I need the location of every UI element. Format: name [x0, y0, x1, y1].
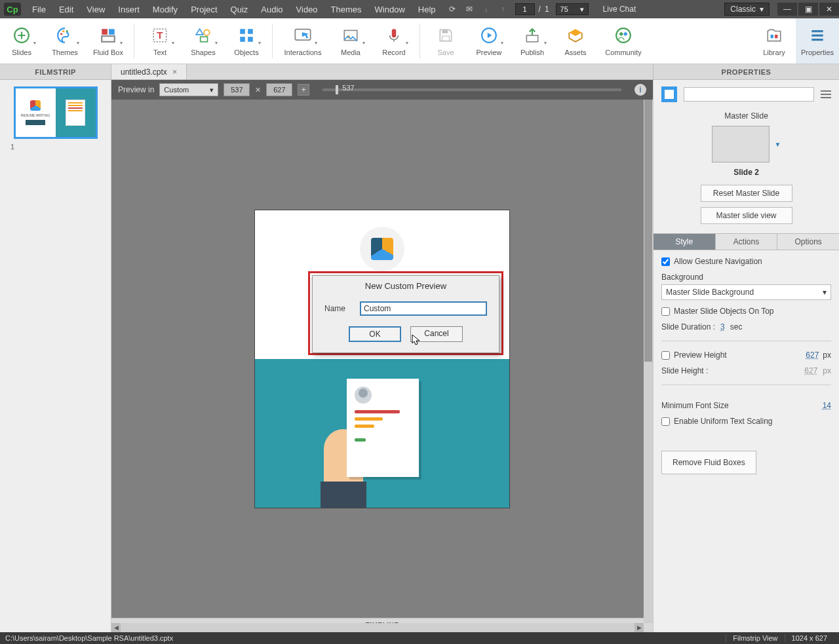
objects-on-top-input[interactable]	[661, 307, 670, 316]
menu-themes[interactable]: Themes	[325, 2, 368, 17]
slide-name-input[interactable]	[684, 87, 814, 102]
tab-style[interactable]: Style	[654, 234, 715, 250]
thumb-document-icon	[66, 100, 85, 126]
menu-video[interactable]: Video	[290, 2, 324, 17]
allow-gesture-input[interactable]	[661, 257, 670, 266]
preview-mode-select[interactable]: Custom ▾	[159, 83, 218, 96]
ribbon-media[interactable]: ▾ Media	[329, 18, 372, 64]
horizontal-scrollbar[interactable]: ◀ ▶	[111, 623, 644, 632]
slide-duration-unit: sec	[730, 322, 743, 331]
cancel-button[interactable]: Cancel	[410, 326, 463, 342]
preview-height[interactable]: 627	[266, 83, 292, 96]
vscroll-thumb[interactable]	[644, 100, 652, 362]
menu-edit[interactable]: Edit	[53, 2, 79, 17]
svg-point-2	[62, 29, 64, 31]
min-font-value[interactable]: 14	[823, 401, 831, 410]
ribbon-objects[interactable]: ▾ Objects	[225, 18, 268, 64]
info-icon[interactable]: i	[634, 84, 646, 96]
menu-file[interactable]: File	[26, 2, 52, 17]
ribbon-interactions[interactable]: ▾ Interactions	[277, 18, 329, 64]
objects-icon: ▾	[237, 26, 256, 45]
menu-view[interactable]: View	[81, 2, 111, 17]
slider-handle[interactable]	[336, 85, 338, 94]
preview-height-value[interactable]: 627	[806, 350, 819, 360]
master-slide-thumb[interactable]	[712, 126, 770, 162]
workspace-dropdown[interactable]: Classic ▾	[724, 3, 770, 16]
master-view-button[interactable]: Master slide view	[701, 207, 792, 224]
properties-panel: Master Slide ▼ Slide 2 Reset Master Slid…	[653, 80, 839, 632]
menu-quiz[interactable]: Quiz	[225, 2, 254, 17]
ribbon-library[interactable]: Library	[752, 18, 796, 64]
document-tab[interactable]: untitled3.cptx ×	[111, 64, 187, 79]
window-controls: — ▣ ✕	[776, 3, 839, 16]
mail-icon[interactable]: ✉	[464, 4, 475, 14]
objects-on-top-checkbox[interactable]: Master Slide Objects On Top	[661, 307, 831, 316]
tab-actions[interactable]: Actions	[715, 234, 777, 250]
ribbon-themes[interactable]: ▾ Themes	[43, 18, 87, 64]
uniform-scaling-checkbox[interactable]: Enable Uniform Text Scaling	[661, 417, 831, 426]
svg-rect-13	[248, 29, 253, 34]
close-tab-icon[interactable]: ×	[172, 67, 178, 77]
ribbon-community[interactable]: Community	[597, 18, 650, 64]
filmstrip-header: FILMSTRIP	[0, 64, 111, 79]
preview-height-checkbox[interactable]: Preview Height 627 px	[661, 350, 831, 360]
record-icon: ▾	[385, 26, 403, 45]
ribbon-publish[interactable]: ▾ Publish	[511, 18, 554, 64]
scroll-left-icon[interactable]: ◀	[111, 623, 121, 632]
dialog-name-input[interactable]	[360, 301, 487, 316]
svg-rect-12	[240, 29, 245, 34]
slide-type-icon[interactable]	[661, 86, 677, 102]
uniform-scaling-input[interactable]	[661, 417, 670, 426]
tab-options[interactable]: Options	[777, 234, 839, 250]
preview-slider[interactable]: 537	[322, 88, 621, 91]
menu-window[interactable]: Window	[369, 2, 411, 17]
panel-menu-icon[interactable]	[821, 90, 831, 98]
svg-marker-23	[488, 32, 492, 38]
sync-icon[interactable]: ⟳	[447, 4, 458, 14]
save-icon	[437, 26, 455, 45]
preview-height-input[interactable]	[661, 351, 670, 360]
ribbon-shapes[interactable]: ▾ Shapes	[182, 18, 225, 64]
arrow-up-icon[interactable]: ↑	[498, 4, 509, 14]
reset-master-button[interactable]: Reset Master Slide	[701, 185, 792, 202]
ribbon-properties[interactable]: Properties	[796, 18, 839, 64]
allow-gesture-checkbox[interactable]: Allow Gesture Navigation	[661, 257, 831, 266]
menu-insert[interactable]: Insert	[112, 2, 146, 17]
remove-fluid-boxes-button[interactable]: Remove Fluid Boxes	[661, 451, 756, 474]
ribbon-slides[interactable]: ▾ Slides	[0, 18, 43, 64]
add-preview-button[interactable]: +	[298, 84, 309, 96]
chevron-down-icon[interactable]: ▼	[775, 141, 781, 148]
slide-duration-label: Slide Duration :	[661, 322, 715, 331]
maximize-button[interactable]: ▣	[798, 3, 818, 16]
ribbon-record[interactable]: ▾ Record	[372, 18, 416, 64]
ribbon-preview[interactable]: ▾ Preview	[467, 18, 511, 64]
canvas-viewport[interactable]: Welcome to the eLearning Course on RESU …	[111, 100, 653, 618]
property-tabs: Style Actions Options	[654, 233, 839, 250]
live-chat-link[interactable]: Live Chat	[594, 5, 646, 14]
close-button[interactable]: ✕	[819, 3, 839, 16]
ribbon-save[interactable]: Save	[424, 18, 467, 64]
ribbon-text[interactable]: T▾ Text	[138, 18, 182, 64]
sleeve-graphic	[321, 482, 366, 508]
ok-button[interactable]: OK	[349, 326, 401, 342]
slide-canvas[interactable]: Welcome to the eLearning Course on RESU …	[254, 210, 510, 508]
chevron-down-icon: ▾	[760, 5, 764, 14]
minimize-button[interactable]: —	[777, 3, 797, 16]
zoom-dropdown[interactable]: 75 ▾	[556, 3, 589, 15]
ribbon-assets[interactable]: Assets	[554, 18, 597, 64]
ribbon-fluid-box[interactable]: ▾ Fluid Box	[87, 18, 130, 64]
background-select[interactable]: Master Slide Background ▾	[661, 284, 831, 300]
preview-width[interactable]: 537	[224, 83, 250, 96]
assets-icon	[566, 26, 585, 45]
scroll-right-icon[interactable]: ▶	[634, 623, 644, 632]
menu-help[interactable]: Help	[412, 2, 442, 17]
app-logo: Cp	[4, 3, 21, 16]
vertical-scrollbar[interactable]	[644, 100, 653, 623]
arrow-down-icon[interactable]: ↓	[481, 4, 492, 14]
menu-project[interactable]: Project	[185, 2, 223, 17]
menu-audio[interactable]: Audio	[255, 2, 288, 17]
menu-modify[interactable]: Modify	[147, 2, 184, 17]
slide-thumbnail[interactable]: RESUME WRITING 1	[7, 86, 104, 151]
page-current-input[interactable]	[515, 3, 535, 15]
slide-duration-value[interactable]: 3	[720, 322, 725, 331]
